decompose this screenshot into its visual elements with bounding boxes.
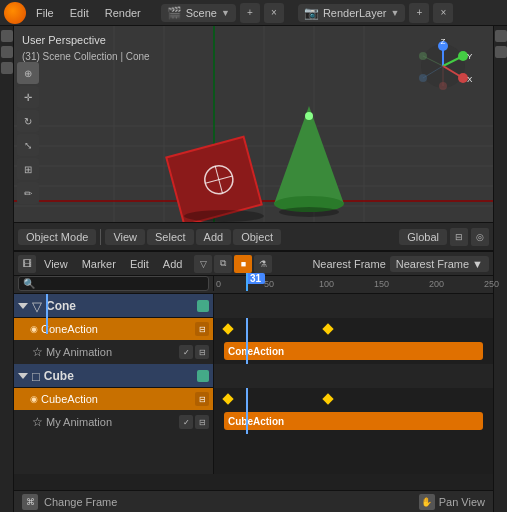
- cube-visibility-toggle[interactable]: [197, 370, 209, 382]
- cone-keyframe-1[interactable]: [222, 323, 233, 334]
- viewport-3d[interactable]: User Perspective (31) Scene Collection |…: [14, 26, 493, 252]
- add-btn[interactable]: Add: [196, 229, 232, 245]
- renderlayer-dropdown-arrow: ▼: [391, 8, 400, 18]
- renderlayer-icon: 📷: [304, 6, 319, 20]
- current-frame-indicator: 31: [246, 273, 265, 284]
- ruler-spacer: [14, 276, 214, 291]
- menu-file[interactable]: File: [30, 5, 60, 21]
- cone-nla-strip-label: ConeAction: [228, 346, 284, 357]
- cone-object-icon: ▽: [32, 299, 42, 314]
- cone-action-right: [214, 318, 493, 340]
- renderlayer-remove-btn[interactable]: ×: [433, 3, 453, 23]
- cone-nla-check[interactable]: ✓: [179, 345, 193, 359]
- pan-view-icon[interactable]: ✋: [419, 494, 435, 510]
- ruler-ticks: 0 50 100 150 200 250 31: [214, 273, 493, 291]
- cube-action-icon: ◉: [30, 394, 38, 404]
- menu-render[interactable]: Render: [99, 5, 147, 21]
- empty-playhead: [46, 294, 48, 334]
- nearest-frame-arrow: ▼: [472, 258, 483, 270]
- timeline-area: 🎞 View Marker Edit Add ▽ ⧉ ■ ⚗ Nearest F…: [14, 252, 493, 512]
- svg-text:Z: Z: [441, 37, 446, 46]
- tl-menu-edit[interactable]: Edit: [124, 256, 155, 272]
- cone-action-name: ConeAction: [41, 323, 98, 335]
- cone-collapse-arrow[interactable]: [18, 303, 28, 309]
- renderlayer-selector[interactable]: 📷 RenderLayer ▼: [298, 4, 406, 22]
- tool-move[interactable]: ✛: [17, 86, 39, 108]
- cube-action-left: ◉ CubeAction ⊟: [14, 388, 214, 410]
- ruler-label-50: 50: [264, 279, 274, 289]
- cube-keyframe-1[interactable]: [222, 393, 233, 404]
- cube-action-playhead: [246, 388, 248, 410]
- cube-header-left: □ Cube: [14, 364, 214, 388]
- object-btn[interactable]: Object: [233, 229, 281, 245]
- svg-point-38: [419, 52, 427, 60]
- viewport-mode-label: User Perspective: [22, 32, 150, 49]
- select-btn[interactable]: Select: [147, 229, 194, 245]
- view-btn[interactable]: View: [105, 229, 145, 245]
- viewport-shading-btn[interactable]: ◎: [471, 228, 489, 246]
- scene-remove-btn[interactable]: ×: [264, 3, 284, 23]
- cube-nla-options[interactable]: ⊟: [195, 415, 209, 429]
- viewport-overlay-btn[interactable]: ⊟: [450, 228, 468, 246]
- frame-display: Nearest Frame Nearest Frame ▼: [312, 256, 489, 272]
- cube-action-options[interactable]: ⊟: [195, 392, 209, 406]
- cube-header-right: [214, 364, 493, 388]
- nearest-frame-dropdown[interactable]: Nearest Frame ▼: [390, 256, 489, 272]
- track-search-input[interactable]: [18, 276, 209, 291]
- scene-selector[interactable]: 🎬 Scene ▼: [161, 4, 236, 22]
- timeline-type-icon[interactable]: 🎞: [18, 255, 36, 273]
- change-frame-icon[interactable]: ⌘: [22, 494, 38, 510]
- cube-nla-check[interactable]: ✓: [179, 415, 193, 429]
- cone-action-row: ◉ ConeAction ⊟: [14, 318, 493, 340]
- filter-type-btn[interactable]: ▽: [194, 255, 212, 273]
- cube-action-row: ◉ CubeAction ⊟: [14, 388, 493, 410]
- global-btn[interactable]: Global: [399, 229, 447, 245]
- cube-keyframe-2[interactable]: [322, 393, 333, 404]
- viewport-left-tools: ⊕ ✛ ↻ ⤡ ⊞ ✏: [14, 58, 42, 218]
- cone-action-options[interactable]: ⊟: [195, 322, 209, 336]
- cone-nla-playhead: [246, 340, 248, 364]
- cube-nla-label: My Animation: [46, 416, 112, 428]
- scene-add-btn[interactable]: +: [240, 3, 260, 23]
- tool-transform[interactable]: ⊞: [17, 158, 39, 180]
- cone-visibility-toggle[interactable]: [197, 300, 209, 312]
- svg-point-22: [305, 112, 313, 120]
- svg-point-36: [419, 74, 427, 82]
- cube-nla-strip[interactable]: CubeAction: [224, 412, 483, 430]
- cube-section-header[interactable]: □ Cube: [14, 364, 493, 388]
- sidebar-icon-3[interactable]: [1, 62, 13, 74]
- filter-color-btn[interactable]: ■: [234, 255, 252, 273]
- right-sidebar-icon-1[interactable]: [495, 30, 507, 42]
- menu-edit[interactable]: Edit: [64, 5, 95, 21]
- toolbar-sep-1: [100, 229, 101, 245]
- cube-nla-strip-label: CubeAction: [228, 416, 284, 427]
- cube-collapse-arrow[interactable]: [18, 373, 28, 379]
- tool-annotate[interactable]: ✏: [17, 182, 39, 204]
- svg-text:X: X: [467, 75, 473, 84]
- tl-menu-marker[interactable]: Marker: [76, 256, 122, 272]
- renderlayer-add-btn[interactable]: +: [409, 3, 429, 23]
- tl-menu-add[interactable]: Add: [157, 256, 189, 272]
- cone-nla-options[interactable]: ⊟: [195, 345, 209, 359]
- cone-keyframe-2[interactable]: [322, 323, 333, 334]
- filter-options-btn[interactable]: ⧉: [214, 255, 232, 273]
- tl-menu-view[interactable]: View: [38, 256, 74, 272]
- mode-dropdown[interactable]: Object Mode: [18, 229, 96, 245]
- tool-scale[interactable]: ⤡: [17, 134, 39, 156]
- timeline-empty-right: [214, 434, 493, 474]
- cube-nla-right: CubeAction: [214, 410, 493, 434]
- cone-section-header[interactable]: ▽ Cone: [14, 294, 493, 318]
- sidebar-icon-1[interactable]: [1, 30, 13, 42]
- tool-rotate[interactable]: ↻: [17, 110, 39, 132]
- cone-action-icon: ◉: [30, 324, 38, 334]
- cone-action-left: ◉ ConeAction ⊟: [14, 318, 214, 340]
- cone-name: Cone: [46, 299, 76, 313]
- cone-nla-strip[interactable]: ConeAction: [224, 342, 483, 360]
- filter-funnel[interactable]: ⚗: [254, 255, 272, 273]
- right-sidebar-icon-2[interactable]: [495, 46, 507, 58]
- right-sidebar: [493, 26, 507, 512]
- tool-cursor[interactable]: ⊕: [17, 62, 39, 84]
- svg-point-23: [184, 210, 264, 222]
- sidebar-icon-2[interactable]: [1, 46, 13, 58]
- scene-icon: 🎬: [167, 6, 182, 20]
